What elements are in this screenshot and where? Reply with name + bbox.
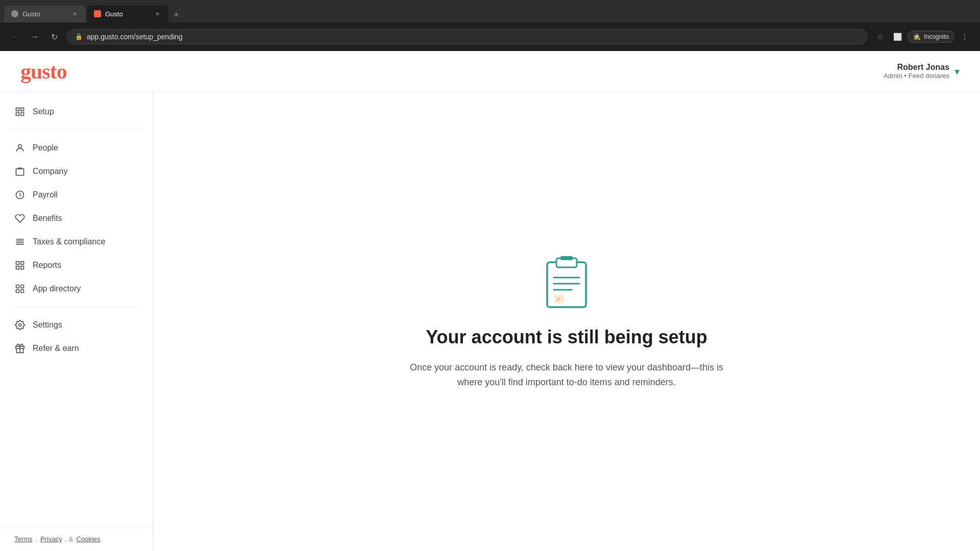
sidebar-item-payroll[interactable]: Payroll bbox=[0, 183, 153, 207]
heart-icon bbox=[14, 213, 26, 224]
browser-toolbar: ← → ↻ 🔒 app.gusto.com/setup_pending ☆ ⬜ … bbox=[0, 22, 980, 51]
chevron-down-icon: ▾ bbox=[954, 65, 960, 78]
browser-chrome: Gusto ✕ Gusto ✕ + ← → ↻ 🔒 app.gusto.com/… bbox=[0, 0, 980, 51]
setup-pending-panel: ✓ Your account is still being setup Once… bbox=[388, 233, 745, 410]
sidebar-label-setup: Setup bbox=[33, 107, 54, 116]
sidebar-label-reports: Reports bbox=[33, 261, 61, 270]
new-tab-button[interactable]: + bbox=[169, 8, 183, 22]
home-icon bbox=[14, 106, 26, 117]
apps-icon bbox=[14, 283, 26, 294]
tab-close-2[interactable]: ✕ bbox=[153, 10, 161, 18]
footer-sep-2: , & bbox=[65, 535, 74, 543]
sidebar-item-setup[interactable]: Setup bbox=[0, 100, 153, 123]
tab-title-2: Gusto bbox=[105, 10, 123, 18]
sidebar-label-app-directory: App directory bbox=[33, 284, 81, 293]
payroll-icon bbox=[14, 189, 26, 201]
browser-tab-1[interactable]: Gusto ✕ bbox=[4, 5, 86, 22]
sidebar-item-settings[interactable]: Settings bbox=[0, 313, 153, 337]
nav-divider-2 bbox=[10, 307, 142, 307]
people-icon bbox=[14, 142, 26, 154]
sidebar-nav: Setup People bbox=[0, 92, 153, 527]
app-header: gusto Robert Jonas Admin • Feed donares … bbox=[0, 51, 980, 92]
svg-rect-20 bbox=[16, 285, 19, 288]
cookies-link[interactable]: Cookies bbox=[77, 535, 101, 543]
forward-button[interactable]: → bbox=[28, 30, 42, 44]
address-text: app.gusto.com/setup_pending bbox=[87, 33, 183, 41]
building-icon bbox=[14, 166, 26, 177]
svg-rect-0 bbox=[16, 108, 19, 111]
clipboard-illustration-icon: ✓ bbox=[541, 253, 592, 309]
tab-favicon-1 bbox=[11, 10, 18, 17]
svg-rect-17 bbox=[21, 262, 24, 265]
svg-rect-5 bbox=[16, 169, 24, 176]
sidebar-toggle-button[interactable]: ⬜ bbox=[890, 30, 904, 44]
user-menu[interactable]: Robert Jonas Admin • Feed donares ▾ bbox=[884, 63, 960, 80]
svg-rect-27 bbox=[547, 262, 586, 307]
terms-link[interactable]: Terms bbox=[14, 535, 32, 543]
gusto-logo: gusto bbox=[20, 59, 67, 84]
tab-close-1[interactable]: ✕ bbox=[70, 10, 79, 18]
sidebar-footer: Terms , Privacy , & Cookies bbox=[0, 527, 153, 551]
tab-favicon-2 bbox=[94, 10, 101, 17]
sidebar-label-payroll: Payroll bbox=[33, 190, 58, 199]
clipboard-icon-wrapper: ✓ bbox=[541, 253, 592, 311]
app-container: gusto Robert Jonas Admin • Feed donares … bbox=[0, 51, 980, 551]
svg-rect-19 bbox=[21, 266, 24, 269]
sidebar-item-people[interactable]: People bbox=[0, 136, 153, 160]
sidebar-item-app-directory[interactable]: App directory bbox=[0, 277, 153, 300]
reload-button[interactable]: ↻ bbox=[47, 30, 61, 44]
gear-icon bbox=[14, 319, 26, 331]
lock-icon: 🔒 bbox=[75, 33, 83, 40]
content-area: ✓ Your account is still being setup Once… bbox=[153, 92, 980, 551]
svg-rect-21 bbox=[21, 285, 24, 288]
footer-links: Terms , Privacy , & Cookies bbox=[14, 535, 138, 543]
back-button[interactable]: ← bbox=[8, 30, 22, 44]
sidebar-item-company[interactable]: Company bbox=[0, 160, 153, 183]
incognito-label: Incognito bbox=[924, 33, 949, 40]
sidebar-label-company: Company bbox=[33, 167, 67, 176]
sidebar-item-benefits[interactable]: Benefits bbox=[0, 207, 153, 230]
menu-button[interactable]: ⋮ bbox=[958, 30, 972, 44]
svg-point-4 bbox=[18, 144, 22, 148]
privacy-link[interactable]: Privacy bbox=[40, 535, 62, 543]
browser-tab-bar: Gusto ✕ Gusto ✕ + bbox=[0, 0, 980, 22]
reports-icon bbox=[14, 260, 26, 271]
gift-icon bbox=[14, 343, 26, 354]
svg-rect-2 bbox=[16, 113, 19, 116]
main-layout: Setup People bbox=[0, 92, 980, 551]
toolbar-actions: ☆ ⬜ 🕵 Incognito ⋮ bbox=[873, 30, 972, 44]
sidebar-label-taxes: Taxes & compliance bbox=[33, 237, 105, 246]
list-icon bbox=[14, 236, 26, 247]
svg-rect-18 bbox=[16, 266, 19, 269]
svg-rect-3 bbox=[21, 113, 24, 116]
nav-divider-1 bbox=[10, 130, 142, 130]
svg-rect-29 bbox=[560, 256, 573, 260]
svg-rect-23 bbox=[21, 290, 24, 293]
footer-sep-1: , bbox=[35, 535, 37, 543]
svg-rect-16 bbox=[16, 262, 19, 265]
sidebar-item-reports[interactable]: Reports bbox=[0, 254, 153, 277]
incognito-badge: 🕵 Incognito bbox=[908, 31, 954, 43]
user-info: Robert Jonas Admin • Feed donares bbox=[884, 63, 949, 80]
sidebar-label-settings: Settings bbox=[33, 320, 62, 330]
user-name: Robert Jonas bbox=[884, 63, 949, 72]
svg-rect-22 bbox=[16, 290, 19, 293]
bookmark-button[interactable]: ☆ bbox=[873, 30, 887, 44]
incognito-icon: 🕵 bbox=[913, 33, 921, 40]
setup-title: Your account is still being setup bbox=[426, 327, 707, 348]
sidebar: Setup People bbox=[0, 92, 153, 551]
sidebar-label-benefits: Benefits bbox=[33, 214, 62, 223]
tab-title-1: Gusto bbox=[22, 10, 40, 18]
svg-text:✓: ✓ bbox=[556, 295, 561, 303]
sidebar-label-refer: Refer & earn bbox=[33, 344, 79, 353]
svg-point-24 bbox=[19, 324, 21, 327]
address-bar[interactable]: 🔒 app.gusto.com/setup_pending bbox=[66, 29, 868, 44]
sidebar-item-taxes[interactable]: Taxes & compliance bbox=[0, 230, 153, 254]
setup-description: Once your account is ready, check back h… bbox=[408, 360, 725, 390]
sidebar-label-people: People bbox=[33, 143, 58, 153]
browser-tab-2[interactable]: Gusto ✕ bbox=[87, 5, 168, 22]
svg-rect-1 bbox=[21, 108, 24, 111]
user-role: Admin • Feed donares bbox=[884, 72, 949, 80]
sidebar-item-refer[interactable]: Refer & earn bbox=[0, 337, 153, 360]
